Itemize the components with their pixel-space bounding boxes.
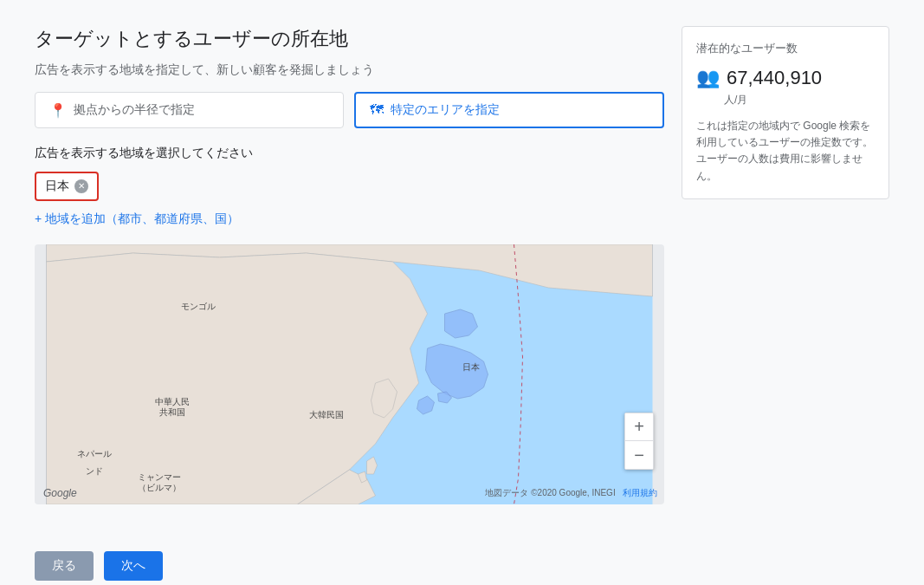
back-button[interactable]: 戻る (35, 551, 94, 581)
tags-container: 日本 ✕ (35, 172, 664, 201)
user-count-row: 👥 67,440,910 (696, 67, 875, 89)
map-container: モンゴル 中華人民 共和国 大韓民国 日本 ネパール ミャンマー （ビルマ） タ… (35, 244, 664, 504)
map-terms-link[interactable]: 利用規約 (623, 488, 657, 497)
svg-text:中華人民: 中華人民 (155, 397, 190, 406)
add-location-link[interactable]: + 地域を追加（都市、都道府県、国） (35, 211, 239, 227)
map-icon: 🗺 (370, 102, 384, 118)
svg-text:ンド: ンド (86, 466, 103, 476)
potential-users-card: 潜在的なユーザー数 👥 67,440,910 人/月 これは指定の地域内で Go… (682, 26, 889, 199)
radius-location-btn[interactable]: 📍 拠点からの半径で指定 (35, 92, 344, 128)
user-count-value: 67,440,910 (727, 67, 822, 89)
area-btn-label: 特定のエリアを指定 (391, 102, 500, 118)
svg-text:大韓民国: 大韓民国 (309, 410, 344, 419)
location-pin-icon: 📍 (49, 102, 67, 119)
tag-label: 日本 (45, 179, 69, 194)
users-icon: 👥 (696, 67, 720, 89)
japan-tag: 日本 ✕ (35, 172, 99, 201)
per-month-label: 人/月 (724, 93, 875, 107)
radius-btn-label: 拠点からの半径で指定 (74, 102, 195, 118)
section-label: 広告を表示する地域を選択してください (35, 146, 664, 161)
sidebar-card-title: 潜在的なユーザー数 (696, 41, 875, 56)
footer-buttons: 戻る 次へ (0, 551, 924, 585)
page-subtitle: 広告を表示する地域を指定して、新しい顧客を発掘しましょう (35, 62, 664, 78)
google-logo: Google (43, 487, 77, 499)
sidebar-description: これは指定の地域内で Google 検索を利用しているユーザーの推定数です。ユー… (696, 118, 875, 185)
svg-text:モンゴル: モンゴル (181, 302, 216, 311)
sidebar: 潜在的なユーザー数 👥 67,440,910 人/月 これは指定の地域内で Go… (682, 26, 889, 525)
svg-text:（ビルマ）: （ビルマ） (138, 483, 181, 492)
zoom-out-button[interactable]: − (625, 441, 653, 469)
remove-tag-button[interactable]: ✕ (74, 179, 88, 193)
svg-text:共和国: 共和国 (159, 407, 185, 417)
svg-text:ミャンマー: ミャンマー (138, 472, 181, 482)
page-title: ターゲットとするユーザーの所在地 (35, 26, 664, 52)
svg-text:日本: 日本 (462, 362, 480, 372)
zoom-in-button[interactable]: + (625, 413, 653, 441)
svg-text:ネパール: ネパール (77, 449, 112, 458)
map-controls: + − (624, 413, 654, 470)
next-button[interactable]: 次へ (104, 551, 163, 581)
map-footer: 地図データ ©2020 Google, INEGI 利用規約 (485, 487, 657, 499)
location-options: 📍 拠点からの半径で指定 🗺 特定のエリアを指定 (35, 92, 664, 128)
area-location-btn[interactable]: 🗺 特定のエリアを指定 (354, 92, 665, 128)
